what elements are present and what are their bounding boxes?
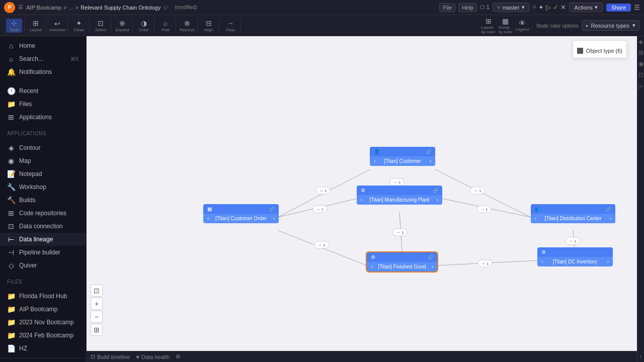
rp-icon-4[interactable]: ⊡ — [638, 71, 643, 78]
dc-nav-prev[interactable]: ‹ — [541, 259, 543, 264]
mfg-nav-next[interactable]: › — [437, 197, 438, 203]
quiver-icon: ◇ — [7, 261, 15, 269]
applications-icon: ⊞ — [7, 113, 15, 121]
git-icon: ⑂ — [497, 5, 501, 11]
sidebar-item-contour[interactable]: ◈Contour — [0, 141, 86, 154]
sidebar-item-aip[interactable]: 📁AIP Bootcamp — [0, 303, 86, 316]
order-nav-prev[interactable]: ‹ — [207, 216, 209, 221]
canvas[interactable]: Object type (6) — [87, 36, 637, 351]
legend-button[interactable]: 👁 Legend — [516, 19, 529, 32]
settings-icon[interactable]: ✦ — [538, 4, 544, 11]
flow-tool[interactable]: →Flow — [222, 19, 238, 33]
sidebar-item-applications[interactable]: ⊞ Applications — [0, 111, 86, 124]
zoom-out-button[interactable]: − — [91, 311, 103, 323]
sidebar-item-map[interactable]: ◉Map — [0, 154, 86, 167]
color-tool[interactable]: ◑Color — [136, 19, 152, 33]
sidebar-item-home[interactable]: ⌂ Home — [0, 39, 86, 52]
node-color-options-label: Node color options — [532, 22, 578, 29]
sidebar-item-hz[interactable]: 📄HZ — [0, 342, 86, 355]
sidebar-item-builds[interactable]: 🔨Builds — [0, 194, 86, 207]
svg-line-7 — [437, 260, 537, 265]
file-icon: 📄 — [7, 344, 15, 352]
select-tool[interactable]: ⊡Select — [93, 19, 109, 33]
rp-expand-icon[interactable]: ‹ — [640, 353, 642, 360]
group-by-color[interactable]: ▦ Groupby color — [499, 17, 513, 34]
applications-section-label: APPLICATIONS — [0, 127, 86, 138]
expand-tool[interactable]: ⊕Expand — [114, 19, 130, 33]
actions-button[interactable]: Actions ▾ — [569, 3, 603, 12]
code-icon: ⊞ — [7, 209, 15, 217]
star-icon[interactable]: ☆ — [163, 4, 169, 11]
svg-text:↔ 1: ↔ 1 — [393, 180, 401, 185]
branch-selector[interactable]: ⑂ master ▾ — [493, 3, 529, 12]
layout-tool[interactable]: ⊞Layout — [28, 19, 44, 33]
find-tool[interactable]: ⌕Find — [157, 19, 174, 33]
node-mfg-plant[interactable]: ⚙ 🔗 ‹ [Titan] Manufacturing Plant › — [357, 186, 442, 205]
clean-group: ✦Clean — [69, 19, 90, 33]
sidebar-item-files[interactable]: 📁 Files — [0, 98, 86, 111]
svg-rect-17 — [393, 229, 407, 236]
select-group: ⊡Select — [91, 19, 111, 33]
mfg-label: [Titan] Manufacturing Plant — [369, 197, 429, 203]
mfg-nav-prev[interactable]: ‹ — [361, 197, 362, 203]
object-type-item[interactable]: Object type (6) — [577, 48, 622, 54]
customer-nav-next[interactable]: › — [430, 158, 431, 164]
zoom-fit-button[interactable]: ⊡ — [91, 285, 103, 297]
close-icon[interactable]: ✕ — [560, 4, 566, 11]
align-tool[interactable]: ⊟Align — [201, 19, 217, 33]
svg-rect-23 — [478, 260, 492, 267]
rp-icon-5[interactable]: ▷ — [638, 82, 643, 89]
sidebar-item-notepad[interactable]: 📝Notepad — [0, 167, 86, 180]
help-menu[interactable]: Help — [458, 3, 477, 12]
node-customer-order[interactable]: ▦ 🔗 ‹ [Titan] Customer Order › — [203, 204, 279, 223]
sidebar-item-nov2023[interactable]: 📁2023 Nov Bootcamp — [0, 316, 86, 329]
dc-nav-next[interactable]: › — [607, 259, 609, 264]
node-dc-inventory[interactable]: ⚙ ‹ [Titan] DC Inventory › — [537, 247, 613, 266]
node-customer[interactable]: 👤 🔗 ‹ [Titan] Customer › — [370, 147, 435, 166]
sidebar-item-search[interactable]: ⌕ Search... ⌘K — [0, 52, 86, 65]
file-menu[interactable]: File — [439, 3, 455, 12]
check-icon[interactable]: ✓ — [553, 4, 558, 11]
zoom-in-button[interactable]: + — [91, 298, 103, 310]
rp-icon-2[interactable]: ⊞ — [638, 49, 643, 56]
sidebar-item-feb2024[interactable]: 📁2024 Feb Bootcamp — [0, 329, 86, 342]
remove-tool[interactable]: ⊗Remove — [179, 19, 195, 33]
dist-nav-prev[interactable]: ‹ — [535, 216, 536, 221]
sidebar-item-notifications[interactable]: 🔔 Notifications — [0, 65, 86, 78]
rp-icon-3[interactable]: ◉ — [638, 60, 643, 67]
sidebar-item-code-repos[interactable]: ⊞Code repositories — [0, 207, 86, 220]
rp-icon-1[interactable]: ◈ — [638, 38, 643, 45]
sidebar-item-quiver[interactable]: ◇Quiver — [0, 259, 86, 272]
play-icon[interactable]: ▷ — [546, 4, 551, 11]
build-timeline-button[interactable]: ⊡ Build timeline — [91, 353, 130, 360]
sidebar-item-data-lineage[interactable]: ⊢Data lineage — [0, 233, 86, 246]
finished-nav-next[interactable]: › — [432, 264, 433, 269]
order-nav-next[interactable]: › — [273, 216, 275, 221]
sidebar-item-data-connection[interactable]: ⊡Data connection — [0, 220, 86, 233]
node-finished-good[interactable]: ⚙ 🔗 ‹ [Titan] Finished Good › — [367, 252, 437, 272]
sidebar-item-pipeline-builder[interactable]: ⊣Pipeline builder — [0, 246, 86, 259]
share-button[interactable]: Share — [606, 4, 631, 12]
zoom-reset-button[interactable]: ⊞ — [91, 324, 103, 336]
sidebar-item-recent[interactable]: 🕐 Recent — [0, 84, 86, 98]
app-logo: P — [4, 2, 15, 13]
settings-bottom-button[interactable]: ⚙ — [176, 353, 181, 360]
dist-nav-next[interactable]: › — [610, 216, 611, 221]
menu-toggle[interactable]: ☰ — [18, 4, 23, 11]
pointer-tool[interactable]: ⊹Tools — [6, 19, 22, 33]
resource-types-select[interactable]: ▪ Resource types ▾ — [582, 20, 640, 31]
customer-nav-prev[interactable]: ‹ — [374, 158, 375, 164]
sidebar-item-florida[interactable]: 📁Florida Flood Hub — [0, 290, 86, 303]
sidebar-item-workshop[interactable]: 🔧Workshop — [0, 180, 86, 194]
side-panel-icon[interactable]: ☰ — [634, 4, 640, 11]
branch-icon2[interactable]: ⑂ — [532, 4, 536, 11]
undo-tool[interactable]: ↩Undo/redo — [49, 19, 65, 33]
breadcrumb-app[interactable]: AIP Bootcamp — [26, 5, 61, 11]
breadcrumb-dots[interactable]: ... — [69, 5, 73, 11]
clean-tool[interactable]: ✦Clean — [71, 19, 87, 33]
node-dist-center[interactable]: 👥 🔗 ‹ [Titan] Distribution Center › — [531, 204, 615, 223]
layout-by-color[interactable]: ⊞ Layoutby color — [481, 17, 496, 34]
finished-nav-prev[interactable]: ‹ — [371, 264, 372, 269]
sidebar-files-label: Files — [19, 101, 32, 108]
data-health-button[interactable]: ♥ Data health — [136, 354, 170, 360]
